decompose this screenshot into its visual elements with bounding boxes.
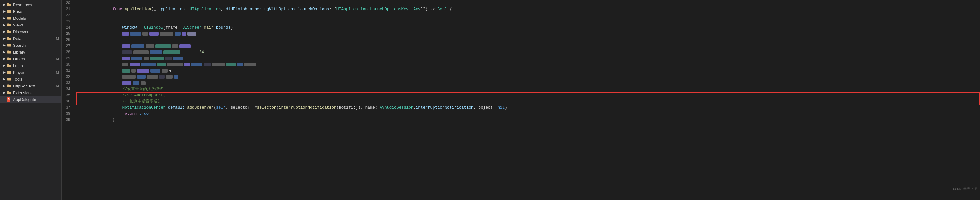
kw-true: true [139,111,149,117]
folder-icon [7,77,12,81]
blk [133,81,139,85]
sidebar-item-detail[interactable]: ▶ Detail M [0,35,61,42]
folder-icon [7,9,12,13]
fn-interrupt: interruptionNotification [279,105,336,111]
colon: : [185,6,190,12]
sidebar-item-others[interactable]: ▶ Others M [0,55,61,62]
type-key: LaunchOptionsKey [370,6,409,12]
space2 [296,6,298,12]
blk [131,57,142,60]
blk [173,57,183,60]
expand-arrow-icon: ▶ [2,44,7,47]
dot-default: . [165,105,168,111]
folder-icon [7,16,12,20]
folder-icon [7,30,12,33]
sidebar-label-library: Library [13,50,59,55]
sidebar-item-library[interactable]: ▶ Library [0,49,61,55]
partial-text-e: e [169,68,171,74]
expand-arrow-icon: ▶ [2,57,7,60]
sidebar-label-extensions: Extensions [13,90,59,95]
swift-file-icon: S [7,97,12,102]
sidebar-label-others: Others [13,57,55,61]
sidebar-label-base: Base [13,9,59,14]
folder-icon [7,43,12,47]
badge-detail: M [56,36,59,40]
blurred-content-29 [122,57,183,60]
folder-icon [7,50,12,54]
sidebar-label-resources: Resources [13,2,59,7]
sidebar-item-appdelegate[interactable]: ▶ S AppDelegate [0,96,61,103]
code-line-31: e [79,68,980,74]
sidebar-item-base[interactable]: ▶ Base [0,8,61,15]
blk [156,44,171,48]
expand-arrow-icon: ▶ [2,10,7,13]
expand-arrow-icon: ▶ [2,24,7,27]
editor-content[interactable]: 20 21 22 23 24 25 26 27 28 29 30 31 32 3… [62,0,980,200]
line-num-27: 27 [62,43,73,49]
expand-arrow-icon: ▶ [2,30,7,33]
blk [150,50,162,54]
line-num-26: 26 [62,37,73,43]
sidebar-item-search[interactable]: ▶ Search [0,42,61,49]
line-num-39: 39 [62,117,73,123]
blurred-content-30 [122,63,256,66]
blk [133,50,149,54]
type-uiscreen: UIScreen [183,25,202,31]
dot: . [368,6,370,12]
colon2: : [ [329,6,336,12]
line-num-37: 37 [62,105,73,111]
blk [162,69,168,72]
blk [151,69,160,72]
prop-bounds: bounds [216,25,231,31]
sidebar-item-extensions[interactable]: ▶ Extensions [0,89,61,96]
dot-interrupt: . [414,105,416,111]
sidebar-item-views[interactable]: ▶ Views [0,22,61,28]
dot2: . [202,25,204,31]
sidebar-item-models[interactable]: ▶ Models [0,15,61,22]
blk [157,63,166,66]
folder-icon [7,23,12,27]
sidebar-label-player: Player [13,70,55,75]
code-line-22 [79,12,980,19]
code-line-27 [79,43,980,49]
expand-arrow-icon: ▶ [2,84,7,87]
code-lines: func application (_ application : UIAppl… [76,0,980,123]
code-line-37: NotificationCenter.default.addObserver(s… [79,105,980,111]
line-num-31: 31 [62,68,73,74]
blk [129,63,140,66]
folder-icon [7,3,12,6]
folder-icon [7,64,12,68]
editor-area: 20 21 22 23 24 25 26 27 28 29 30 31 32 3… [62,0,980,200]
sidebar-item-player[interactable]: ▶ Player M [0,69,61,76]
expand-arrow-icon: ▶ [2,64,7,67]
blk [204,63,211,66]
sidebar-item-resources[interactable]: ▶ Resources [0,1,61,8]
param-did: didFinishLaunchingWithOptions [226,6,296,12]
line-num-33: 33 [62,80,73,86]
paren-close: ) [231,25,233,31]
dot3: . [214,25,216,31]
code-line-34: //设置音乐的播放模式 [79,86,980,92]
blk [166,75,173,79]
blk [142,32,148,36]
sidebar-item-discover[interactable]: ▶ Discover [0,28,61,35]
code-line-38: return true [79,111,980,117]
comma: , [221,6,226,12]
line-num-30: 30 [62,61,73,68]
hash-selector: # [255,105,257,111]
code-line-24: window = UIWindow (frame: UIScreen . mai… [79,25,980,31]
sidebar-label-detail: Detail [13,36,55,41]
folder-icon [7,57,12,61]
blurred-content-25 [122,32,196,36]
sidebar-item-login[interactable]: ▶ Login [0,62,61,69]
sidebar-item-tools[interactable]: ▶ Tools [0,76,61,82]
sidebar-item-httprequest[interactable]: ▶ HttpRequest M [0,82,61,89]
type-uiapp2: UIApplication [336,6,368,12]
code-line-25 [79,31,980,37]
comma-obj: , object: [474,105,498,111]
blk [174,75,178,79]
brace-close: } [113,117,115,123]
line-num-20: 20 [62,0,73,6]
comment-line34: //设置音乐的播放模式 [122,86,163,92]
code-line-35: //setAudioSupport() [79,92,980,98]
